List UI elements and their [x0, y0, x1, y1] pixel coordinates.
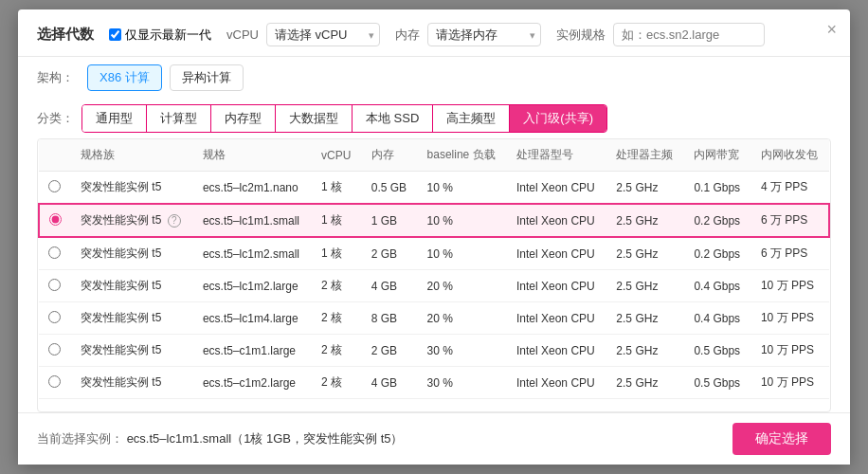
radio-cell-2[interactable] [39, 237, 71, 270]
cell-vcpu-4: 2 核 [312, 302, 362, 335]
cell-baseline-4: 20 % [418, 302, 507, 335]
cell-memory-4: 8 GB [362, 302, 418, 335]
cell-net-pps-2: 6 万 PPS [751, 237, 829, 270]
cell-memory-2: 2 GB [362, 237, 418, 270]
th-memory: 内存 [362, 139, 418, 172]
radio-0[interactable] [48, 180, 61, 192]
th-net-bw: 内网带宽 [684, 139, 750, 172]
vcpu-label: vCPU [226, 27, 259, 42]
cell-net-pps-4: 10 万 PPS [751, 302, 829, 335]
type-row: 分类： 通用型 计算型 内存型 大数据型 本地 SSD 高主频型 入门级(共享) [37, 97, 831, 138]
arch-row: 架构： X86 计算 异构计算 [37, 57, 831, 97]
radio-4[interactable] [48, 311, 61, 323]
tab-general[interactable]: 通用型 [82, 105, 147, 132]
cell-spec-4: ecs.t5–lc1m4.large [193, 302, 312, 335]
cell-memory-5: 2 GB [362, 335, 418, 367]
latest-gen-checkbox[interactable] [109, 28, 121, 41]
cell-cpu-freq-3: 2.5 GHz [606, 270, 684, 302]
cell-cpu-freq-4: 2.5 GHz [606, 302, 684, 335]
modal-header: 选择代数 仅显示最新一代 vCPU 请选择 vCPU 内存 [18, 9, 850, 57]
radio-6[interactable] [48, 375, 61, 388]
arch-hetero-button[interactable]: 异构计算 [170, 64, 244, 91]
tab-entry[interactable]: 入门级(共享) [510, 105, 606, 132]
cell-vcpu-0: 1 核 [312, 172, 362, 205]
cell-memory-1: 1 GB [362, 204, 418, 237]
radio-2[interactable] [48, 246, 61, 259]
radio-cell-5[interactable] [39, 335, 71, 367]
radio-cell-1[interactable] [39, 204, 71, 237]
modal: 选择代数 仅显示最新一代 vCPU 请选择 vCPU 内存 [18, 9, 850, 465]
filter-group-memory: 内存 请选择内存 [395, 23, 541, 46]
cell-cpu-model-2: Intel Xeon CPU [507, 237, 606, 270]
radio-cell-6[interactable] [39, 367, 71, 399]
filter-group-instance: 实例规格 [556, 23, 765, 46]
cell-baseline-0: 10 % [418, 172, 507, 205]
tab-localssd[interactable]: 本地 SSD [353, 105, 433, 132]
cell-cpu-model-4: Intel Xeon CPU [507, 302, 606, 335]
instance-table: 规格族 规格 vCPU 内存 baseline 负载 处理器型号 处理器主频 内… [38, 139, 830, 399]
cell-memory-0: 0.5 GB [362, 172, 418, 205]
close-button[interactable]: × [826, 21, 837, 38]
cell-net-bw-0: 0.1 Gbps [684, 172, 750, 205]
cell-vcpu-3: 2 核 [312, 270, 362, 302]
filter-group-vcpu: vCPU 请选择 vCPU [226, 23, 380, 46]
cell-family-4: 突发性能实例 t5 [71, 302, 193, 335]
cell-baseline-3: 20 % [418, 270, 507, 302]
cell-baseline-1: 10 % [418, 204, 507, 237]
tab-highfreq[interactable]: 高主频型 [433, 105, 510, 132]
cell-spec-5: ecs.t5–c1m1.large [193, 335, 312, 367]
cell-cpu-freq-5: 2.5 GHz [606, 335, 684, 367]
cell-spec-1: ecs.t5–lc1m1.small [193, 204, 312, 237]
radio-cell-3[interactable] [39, 270, 71, 302]
table-row[interactable]: 突发性能实例 t5 ecs.t5–c1m1.large 2 核 2 GB 30 … [39, 335, 829, 367]
th-vcpu: vCPU [312, 139, 362, 172]
cell-cpu-freq-6: 2.5 GHz [606, 367, 684, 399]
cell-family-3: 突发性能实例 t5 [71, 270, 193, 302]
latest-gen-checkbox-label[interactable]: 仅显示最新一代 [109, 27, 211, 44]
cell-net-pps-1: 6 万 PPS [751, 204, 829, 237]
th-baseline: baseline 负载 [418, 139, 507, 172]
radio-3[interactable] [48, 279, 61, 291]
radio-5[interactable] [48, 343, 61, 356]
arch-x86-button[interactable]: X86 计算 [87, 64, 162, 91]
table-row[interactable]: 突发性能实例 t5 ecs.t5–lc1m2.large 2 核 4 GB 20… [39, 270, 829, 302]
help-icon[interactable]: ? [168, 214, 181, 228]
confirm-button[interactable]: 确定选择 [732, 423, 831, 455]
tab-compute[interactable]: 计算型 [147, 105, 211, 132]
th-family: 规格族 [71, 139, 193, 172]
modal-title: 选择代数 [37, 26, 94, 44]
cell-family-5: 突发性能实例 t5 [71, 335, 193, 367]
radio-1[interactable] [49, 213, 62, 226]
cell-spec-2: ecs.t5–lc1m2.small [193, 237, 312, 270]
filter-group-checkbox: 仅显示最新一代 [109, 27, 211, 44]
cell-baseline-6: 30 % [418, 367, 507, 399]
cell-net-pps-0: 4 万 PPS [751, 172, 829, 205]
table-row[interactable]: 突发性能实例 t5 ecs.t5–lc2m1.nano 1 核 0.5 GB 1… [39, 172, 829, 205]
cell-family-0: 突发性能实例 t5 [71, 172, 193, 205]
vcpu-select-wrapper: 请选择 vCPU [266, 23, 380, 46]
cell-cpu-model-5: Intel Xeon CPU [507, 335, 606, 367]
th-radio [39, 139, 71, 172]
cell-baseline-2: 10 % [418, 237, 507, 270]
table-row[interactable]: 突发性能实例 t5 ecs.t5–c1m2.large 2 核 4 GB 30 … [39, 367, 829, 399]
cell-cpu-model-0: Intel Xeon CPU [507, 172, 606, 205]
cell-vcpu-1: 1 核 [312, 204, 362, 237]
tab-memory[interactable]: 内存型 [211, 105, 276, 132]
cell-cpu-model-1: Intel Xeon CPU [507, 204, 606, 237]
cell-vcpu-6: 2 核 [312, 367, 362, 399]
cell-spec-0: ecs.t5–lc2m1.nano [193, 172, 312, 205]
memory-select[interactable]: 请选择内存 [427, 23, 541, 46]
table-section: 规格族 规格 vCPU 内存 baseline 负载 处理器型号 处理器主频 内… [37, 138, 831, 412]
radio-cell-0[interactable] [39, 172, 71, 205]
th-net-pps: 内网收发包 [751, 139, 829, 172]
table-row[interactable]: 突发性能实例 t5 ? ecs.t5–lc1m1.small 1 核 1 GB … [39, 204, 829, 237]
instance-search-input[interactable] [613, 23, 765, 46]
tab-bigdata[interactable]: 大数据型 [276, 105, 353, 132]
table-row[interactable]: 突发性能实例 t5 ecs.t5–lc1m4.large 2 核 8 GB 20… [39, 302, 829, 335]
table-row[interactable]: 突发性能实例 t5 ecs.t5–lc1m2.small 1 核 2 GB 10… [39, 237, 829, 270]
cell-cpu-model-3: Intel Xeon CPU [507, 270, 606, 302]
memory-label: 内存 [395, 27, 420, 44]
cell-net-pps-3: 10 万 PPS [751, 270, 829, 302]
radio-cell-4[interactable] [39, 302, 71, 335]
vcpu-select[interactable]: 请选择 vCPU [266, 23, 380, 46]
